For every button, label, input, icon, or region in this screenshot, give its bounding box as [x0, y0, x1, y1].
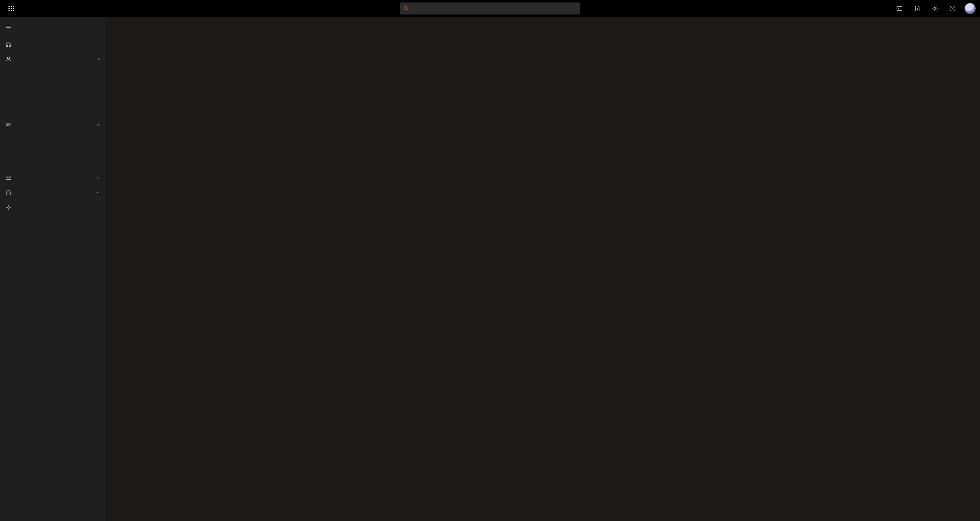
sidebar-item-active-teams[interactable]: [0, 132, 106, 145]
svg-rect-0: [8, 6, 10, 7]
svg-rect-3: [8, 8, 10, 9]
topbar: [0, 0, 980, 17]
chevron-up-icon: [96, 122, 101, 127]
svg-rect-4: [11, 8, 12, 9]
svg-rect-11: [897, 6, 902, 11]
svg-point-19: [7, 123, 8, 125]
headset-icon: [5, 189, 12, 196]
card-icon: [5, 174, 12, 181]
sidebar-item-settings[interactable]: [0, 200, 106, 215]
svg-rect-6: [8, 10, 10, 11]
svg-rect-21: [6, 176, 11, 180]
sidebar-item-deleted-users[interactable]: [0, 105, 106, 117]
svg-point-20: [9, 123, 11, 125]
global-search-input[interactable]: [413, 6, 577, 12]
global-search[interactable]: [400, 3, 580, 14]
file-pointer-icon[interactable]: [909, 1, 925, 16]
sidebar-item-billing[interactable]: [0, 170, 106, 185]
app-launcher-icon[interactable]: [3, 0, 20, 17]
svg-point-18: [8, 57, 10, 59]
nav-toggle-icon[interactable]: [0, 21, 17, 35]
svg-rect-8: [13, 10, 14, 11]
svg-line-10: [407, 9, 408, 11]
svg-rect-5: [13, 8, 14, 9]
svg-rect-1: [11, 6, 12, 7]
sidebar: [0, 17, 106, 521]
sidebar-item-shared-mailboxes[interactable]: [0, 158, 106, 170]
home-icon: [5, 41, 12, 48]
search-icon: [403, 6, 409, 11]
svg-point-25: [8, 207, 10, 209]
shell-console-icon[interactable]: [892, 1, 907, 16]
sidebar-item-home[interactable]: [0, 37, 106, 52]
sidebar-item-support[interactable]: [0, 185, 106, 200]
svg-rect-2: [13, 6, 14, 7]
sidebar-item-teams-groups[interactable]: [0, 117, 106, 132]
topbar-right: [892, 1, 977, 16]
svg-point-9: [404, 6, 407, 10]
avatar[interactable]: [964, 3, 976, 14]
sidebar-item-guest-users[interactable]: [0, 92, 106, 105]
svg-rect-24: [10, 193, 11, 195]
svg-rect-23: [6, 193, 7, 195]
sidebar-item-users[interactable]: [0, 52, 106, 67]
sidebar-item-deleted-groups[interactable]: [0, 145, 106, 158]
people-icon: [5, 121, 12, 128]
chevron-up-icon: [96, 57, 101, 62]
chevron-down-icon: [96, 190, 101, 195]
settings-gear-icon[interactable]: [927, 1, 943, 16]
user-icon: [5, 56, 12, 62]
help-icon[interactable]: [945, 1, 960, 16]
svg-point-12: [934, 8, 935, 9]
sidebar-item-contacts[interactable]: [0, 79, 106, 92]
chevron-down-icon: [96, 175, 101, 180]
gear-icon: [5, 204, 12, 211]
svg-rect-7: [11, 10, 12, 11]
sidebar-item-active-users[interactable]: [0, 67, 106, 79]
